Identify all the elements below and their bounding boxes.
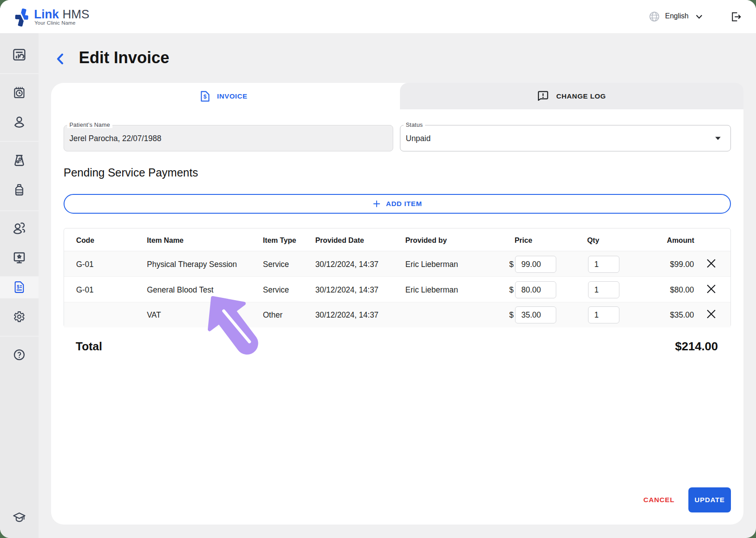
svg-text:$: $ <box>17 284 20 289</box>
svg-text:$: $ <box>203 94 206 100</box>
